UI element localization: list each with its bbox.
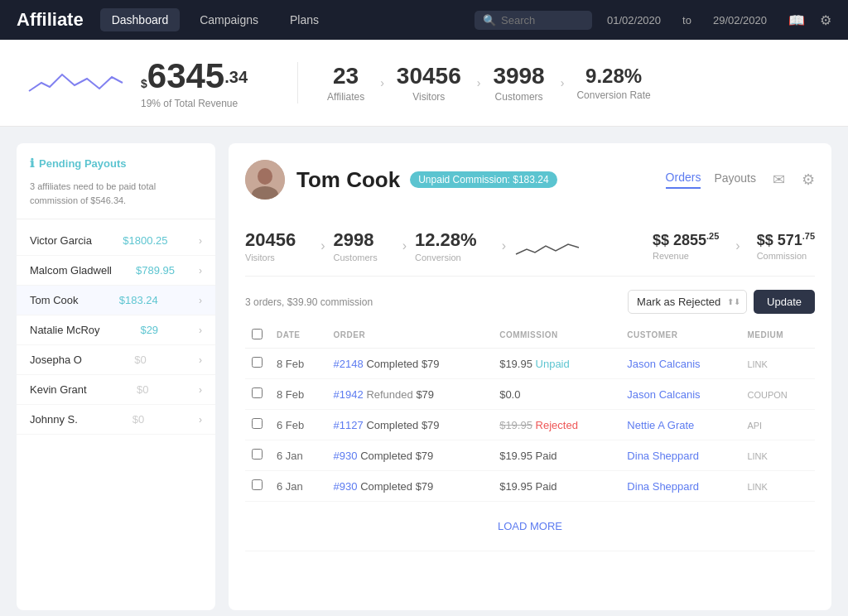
update-button[interactable]: Update bbox=[754, 290, 815, 314]
order-number[interactable]: #930 bbox=[334, 450, 358, 462]
sidebar: ℹ Pending Payouts 3 affiliates need to b… bbox=[17, 143, 215, 610]
col-date: DATE bbox=[270, 322, 327, 349]
order-customer: Jason Calcanis bbox=[620, 349, 740, 379]
row-checkbox[interactable] bbox=[252, 387, 263, 398]
stats-bar: $6345.34 19% of Total Revenue 23 Affilia… bbox=[0, 40, 848, 127]
order-details: #930 Completed $79 bbox=[327, 471, 494, 502]
stat-customers[interactable]: 3998 Customers bbox=[493, 63, 544, 103]
visitors-value: 30456 bbox=[397, 63, 461, 89]
tab-payouts[interactable]: Payouts bbox=[714, 171, 756, 188]
sidebar-item-malcom-gladwell[interactable]: Malcom Gladwell $789.95 › bbox=[17, 256, 215, 286]
search-icon: 🔍 bbox=[483, 14, 496, 26]
mini-stat-visitors: 20456 Visitors bbox=[245, 229, 296, 262]
chevron-visitors: › bbox=[477, 76, 481, 89]
mini-conversion-value: 12.28% bbox=[415, 229, 477, 251]
row-checkbox[interactable] bbox=[252, 357, 263, 368]
affiliate-amount: $0 bbox=[132, 413, 144, 426]
sidebar-item-natalie-mcroy[interactable]: Natalie McRoy $29 › bbox=[17, 315, 215, 345]
avatar bbox=[245, 160, 285, 200]
affiliate-name: Tom Cook bbox=[30, 294, 79, 306]
mail-icon[interactable]: ✉ bbox=[773, 171, 785, 189]
detail-affiliate-name: Tom Cook bbox=[296, 167, 400, 193]
order-commission: $19.95 Paid bbox=[493, 471, 620, 502]
chevron-right-icon: › bbox=[199, 325, 202, 336]
order-details: #2148 Completed $79 bbox=[327, 349, 494, 379]
sidebar-item-kevin-grant[interactable]: Kevin Grant $0 › bbox=[17, 375, 215, 405]
search-bar: 🔍 bbox=[475, 11, 592, 30]
revenue-label: Revenue bbox=[653, 251, 689, 261]
mini-customers-value: 2998 bbox=[334, 229, 378, 251]
table-row: 6 Jan #930 Completed $79 $19.95 Paid Din… bbox=[245, 440, 815, 471]
date-from: 01/02/2020 bbox=[607, 14, 661, 26]
row-checkbox[interactable] bbox=[252, 479, 263, 490]
nav-campaigns[interactable]: Campaigns bbox=[188, 8, 270, 31]
sidebar-item-johnny-s[interactable]: Johnny S. $0 › bbox=[17, 405, 215, 435]
order-date: 6 Feb bbox=[270, 410, 327, 440]
sidebar-item-josepha-o[interactable]: Josepha O $0 › bbox=[17, 345, 215, 375]
sidebar-item-tom-cook[interactable]: Tom Cook $183.24 › bbox=[17, 286, 215, 315]
stats-divider-1 bbox=[297, 62, 298, 103]
affiliate-amount: $183.24 bbox=[119, 294, 158, 306]
gear-icon[interactable]: ⚙ bbox=[820, 12, 831, 28]
order-price: $79 bbox=[416, 480, 434, 493]
row-checkbox[interactable] bbox=[252, 449, 263, 460]
table-row: 6 Feb #1127 Completed $79 $19.95 Rejecte… bbox=[245, 410, 815, 440]
order-date: 6 Jan bbox=[270, 440, 327, 471]
main-content: ℹ Pending Payouts 3 affiliates need to b… bbox=[0, 127, 848, 616]
affiliate-name: Josepha O bbox=[30, 354, 82, 366]
order-commission: $19.95 Unpaid bbox=[493, 349, 620, 379]
sidebar-item-victor-garcia[interactable]: Victor Garcia $1800.25 › bbox=[17, 226, 215, 256]
mini-commission-item: $$ 571.75 Commission bbox=[757, 231, 815, 261]
commission-status: Unpaid bbox=[536, 358, 570, 370]
order-date: 8 Feb bbox=[270, 379, 327, 410]
order-status: Completed bbox=[366, 358, 418, 370]
mini-revenue: $$ 2855.25 Revenue › $$ 571.75 Commissio… bbox=[653, 231, 815, 261]
chevron-mini-4: › bbox=[735, 238, 740, 253]
nav-plans[interactable]: Plans bbox=[278, 8, 330, 31]
orders-table: DATE ORDER COMMISSION CUSTOMER MEDIUM 8 … bbox=[245, 322, 815, 551]
detail-panel: Tom Cook Unpaid Commission: $183.24 Orde… bbox=[229, 143, 831, 610]
date-to: 29/02/2020 bbox=[713, 14, 767, 26]
revenue-sparkline bbox=[514, 231, 581, 261]
stat-conversion[interactable]: 9.28% Conversion Rate bbox=[576, 65, 650, 101]
order-medium: LINK bbox=[740, 440, 815, 471]
order-customer: Dina Sheppard bbox=[620, 440, 740, 471]
order-details: #1942 Refunded $79 bbox=[327, 379, 494, 410]
date-to-label: to bbox=[682, 14, 691, 26]
order-status: Completed bbox=[360, 450, 412, 462]
order-date: 8 Feb bbox=[270, 349, 327, 379]
order-medium: API bbox=[740, 410, 815, 440]
navbar: Affiliate Dashboard Campaigns Plans 🔍 01… bbox=[0, 0, 848, 40]
nav-dashboard[interactable]: Dashboard bbox=[100, 8, 181, 31]
load-more-button[interactable]: LOAD MORE bbox=[488, 510, 572, 542]
order-price: $79 bbox=[422, 419, 440, 431]
tab-orders[interactable]: Orders bbox=[666, 171, 701, 189]
book-icon[interactable]: 📖 bbox=[788, 12, 805, 28]
select-all-checkbox[interactable] bbox=[252, 329, 263, 339]
mini-stat-customers: 2998 Customers bbox=[334, 229, 378, 262]
order-date: 6 Jan bbox=[270, 471, 327, 502]
status-select[interactable]: Mark as Rejected Mark as Paid Mark as Un… bbox=[628, 290, 747, 314]
order-number[interactable]: #1127 bbox=[334, 419, 364, 431]
affiliate-name: Kevin Grant bbox=[30, 383, 87, 396]
order-price: $79 bbox=[416, 388, 434, 401]
mini-customers-label: Customers bbox=[334, 253, 378, 262]
order-number[interactable]: #930 bbox=[334, 480, 358, 493]
affiliate-amount: $0 bbox=[134, 354, 146, 366]
stat-affiliates[interactable]: 23 Affiliates bbox=[327, 63, 364, 103]
mini-visitors-value: 20456 bbox=[245, 229, 296, 251]
order-price: $79 bbox=[416, 450, 434, 462]
brand: Affiliate bbox=[17, 9, 84, 31]
stat-visitors[interactable]: 30456 Visitors bbox=[397, 63, 461, 103]
orders-toolbar: 3 orders, $39.90 commission Mark as Reje… bbox=[245, 290, 815, 314]
search-input[interactable] bbox=[501, 14, 584, 26]
detail-header: Tom Cook Unpaid Commission: $183.24 Orde… bbox=[245, 160, 815, 200]
row-checkbox[interactable] bbox=[252, 418, 263, 429]
order-medium: LINK bbox=[740, 471, 815, 502]
svg-point-1 bbox=[258, 168, 272, 185]
load-more-row: LOAD MORE bbox=[245, 502, 815, 551]
settings-icon[interactable]: ⚙ bbox=[802, 171, 815, 189]
order-number[interactable]: #2148 bbox=[334, 358, 364, 370]
order-number[interactable]: #1942 bbox=[334, 388, 364, 401]
mini-conversion-label: Conversion bbox=[415, 253, 477, 262]
